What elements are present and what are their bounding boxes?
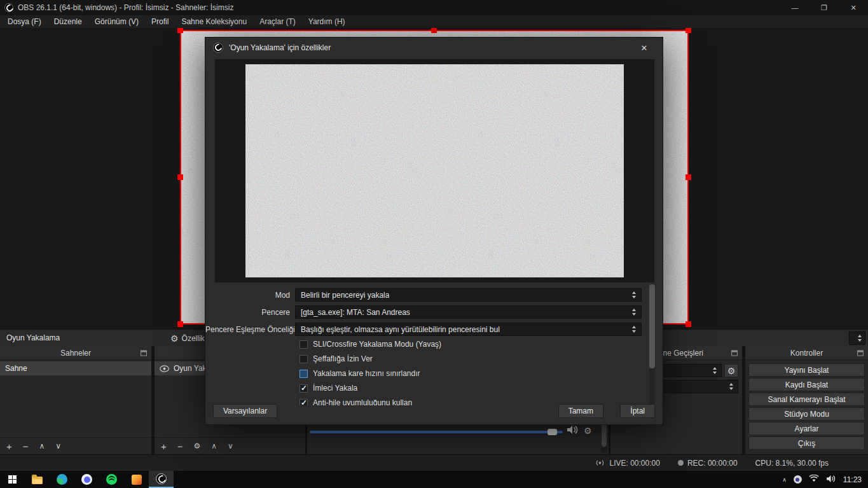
obs-main-window: { "colors": { "selection_red": "#ff0000"…: [0, 0, 868, 488]
menu-duzenle[interactable]: Düzenle: [48, 15, 88, 28]
window-titlebar: OBS 26.1.1 (64-bit, windows) - Profil: İ…: [0, 0, 868, 15]
dialog-buttons: Varsayılanlar Tamam İptal: [213, 404, 655, 418]
selection-handle[interactable]: [177, 321, 183, 327]
move-scene-down-icon[interactable]: ∨: [55, 442, 61, 450]
menu-yardim[interactable]: Yardım (H): [302, 15, 352, 28]
settings-button[interactable]: Ayarlar: [748, 422, 865, 435]
volume-slider-track[interactable]: [310, 431, 563, 433]
tray-expand-chevron-icon[interactable]: ∧: [782, 477, 787, 483]
spotify-icon: [106, 474, 117, 485]
spotify-taskbar-button[interactable]: [99, 471, 124, 488]
limit-framerate-checkbox-row: Yakalama kare hızını sınırlandır: [300, 369, 654, 378]
sources-toolbar: + − ⚙ ∧ ∨: [155, 437, 305, 454]
start-recording-button[interactable]: Kaydı Başlat: [748, 378, 865, 391]
gear-icon: ⚙: [170, 334, 179, 343]
window-value: [gta_sa.exe]: MTA: San Andreas: [301, 308, 410, 317]
combo-arrows-icon: [628, 326, 636, 333]
defaults-button[interactable]: Varsayılanlar: [213, 404, 277, 418]
selection-handle[interactable]: [177, 27, 183, 33]
obs-icon: [156, 473, 167, 484]
remove-scene-icon[interactable]: −: [23, 442, 29, 451]
dialog-scrollbar-thumb[interactable]: [649, 284, 655, 368]
cpu-status: CPU: 8.1%, 30.00 fps: [755, 459, 829, 468]
mixer-gear-icon[interactable]: ⚙: [584, 426, 592, 435]
ok-button[interactable]: Tamam: [558, 404, 603, 418]
edge-taskbar-button[interactable]: [50, 471, 74, 488]
menu-profil[interactable]: Profil: [145, 15, 175, 28]
minimize-icon[interactable]: —: [780, 0, 809, 15]
dialog-preview-area: [215, 59, 654, 282]
close-icon[interactable]: ✕: [839, 0, 868, 15]
add-source-icon[interactable]: +: [161, 442, 167, 451]
volume-slider[interactable]: [310, 426, 563, 438]
exit-button[interactable]: Çıkış: [748, 436, 865, 450]
rec-time: REC: 00:00:00: [687, 459, 738, 468]
game-taskbar-button[interactable]: [124, 471, 149, 488]
menu-dosya[interactable]: Dosya (F): [1, 15, 48, 28]
match-priority-value: Başlığı eşleştir, olmazsa aynı yürütüleb…: [301, 325, 500, 334]
window-title: OBS 26.1.1 (64-bit, windows) - Profil: İ…: [18, 3, 233, 12]
studio-mode-button[interactable]: Stüdyo Modu: [748, 407, 865, 421]
selection-handle[interactable]: [177, 174, 183, 180]
move-scene-up-icon[interactable]: ∧: [39, 442, 45, 450]
selection-handle[interactable]: [685, 174, 691, 180]
controls-dock-header[interactable]: Kontroller: [745, 346, 868, 360]
menu-araclar[interactable]: Araçlar (T): [253, 15, 302, 28]
obs-taskbar-button[interactable]: [149, 471, 174, 488]
cpu-fps-text: CPU: 8.1%, 30.00 fps: [755, 459, 829, 468]
properties-dialog: 'Oyun Yakalama' için özellikler ✕ M: [205, 37, 663, 425]
source-properties-gear-icon[interactable]: ⚙: [194, 442, 201, 450]
speaker-icon[interactable]: [567, 425, 579, 436]
transition-properties-button[interactable]: ⚙: [724, 364, 738, 377]
selection-handle[interactable]: [431, 27, 437, 33]
combo-arrows-icon: [628, 309, 636, 316]
selection-handle[interactable]: [685, 27, 691, 33]
dialog-close-icon[interactable]: ✕: [633, 38, 655, 58]
match-priority-combo[interactable]: Başlığı eşleştir, olmazsa aynı yürütüleb…: [295, 323, 642, 336]
add-scene-icon[interactable]: +: [6, 442, 12, 451]
start-button[interactable]: [0, 471, 25, 488]
dialog-titlebar: 'Oyun Yakalama' için özellikler ✕: [205, 38, 663, 58]
limit-framerate-checkbox[interactable]: [300, 370, 308, 378]
taskbar-clock[interactable]: 11:23: [843, 475, 862, 484]
start-streaming-button[interactable]: Yayını Başlat: [748, 363, 865, 377]
volume-tray-icon[interactable]: [826, 475, 836, 485]
move-source-down-icon[interactable]: ∨: [228, 442, 233, 450]
selection-handle[interactable]: [685, 321, 691, 327]
maximize-icon[interactable]: ❐: [809, 0, 839, 15]
scenes-toolbar: + − ∧ ∨: [0, 437, 151, 454]
capture-cursor-checkbox-row: İmleci Yakala: [300, 384, 654, 393]
status-bar: LIVE: 00:00:00 REC: 00:00:00 CPU: 8.1%, …: [0, 454, 868, 471]
sli-capture-checkbox[interactable]: [300, 340, 308, 349]
capture-cursor-checkbox[interactable]: [300, 384, 308, 393]
discord-icon: [81, 474, 92, 485]
allow-transparency-checkbox[interactable]: [300, 355, 308, 363]
mixer-controls: ⚙: [567, 425, 592, 436]
scenes-dock-header[interactable]: Sahneler: [0, 346, 151, 360]
scene-name: Sahne: [5, 364, 27, 373]
dock-float-icon[interactable]: [141, 350, 147, 356]
mode-row: Mod Belirli bir pencereyi yakala: [205, 288, 642, 302]
start-virtual-camera-button[interactable]: Sanal Kamerayı Başlat: [748, 393, 865, 406]
discord-taskbar-button[interactable]: [74, 471, 99, 488]
volume-slider-handle[interactable]: [548, 429, 557, 435]
scene-list-item[interactable]: Sahne: [0, 361, 151, 375]
capture-cursor-label: İmleci Yakala: [313, 384, 357, 393]
context-bar-spinner[interactable]: [849, 331, 865, 345]
obs-logo-icon: [4, 3, 13, 12]
visibility-eye-icon[interactable]: [160, 365, 169, 372]
window-combo[interactable]: [gta_sa.exe]: MTA: San Andreas: [295, 305, 642, 319]
move-source-up-icon[interactable]: ∧: [211, 442, 217, 450]
mode-combo[interactable]: Belirli bir pencereyi yakala: [295, 288, 642, 302]
menubar: Dosya (F) Düzenle Görünüm (V) Profil Sah…: [0, 15, 868, 28]
dialog-scrollbar[interactable]: [649, 284, 655, 407]
tray-app-icon[interactable]: [794, 475, 802, 484]
file-explorer-taskbar-button[interactable]: [25, 471, 50, 488]
menu-sahne-koleksiyonu[interactable]: Sahne Koleksiyonu: [175, 15, 253, 28]
wifi-icon[interactable]: [809, 475, 819, 484]
remove-source-icon[interactable]: −: [177, 442, 183, 451]
dock-float-icon[interactable]: [731, 350, 738, 356]
cancel-button[interactable]: İptal: [620, 404, 655, 418]
menu-gorunum[interactable]: Görünüm (V): [88, 15, 145, 28]
dock-float-icon[interactable]: [857, 350, 864, 356]
